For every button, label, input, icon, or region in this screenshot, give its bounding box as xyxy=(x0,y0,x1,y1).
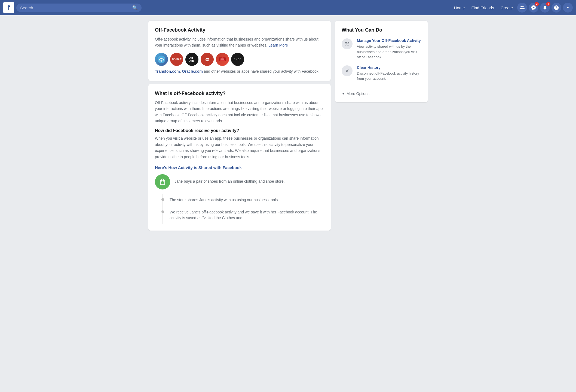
timeline-step-1: The store shares Jane's activity with us… xyxy=(170,194,324,206)
what-is-card: What is off-Facebook activity? Off-Faceb… xyxy=(148,84,331,231)
svg-rect-4 xyxy=(220,58,224,60)
activity-description: Transfon.com, Oracle.com and other websi… xyxy=(155,69,324,74)
x-circle-icon xyxy=(345,68,350,73)
how-did-description: When you visit a website or use an app, … xyxy=(155,135,324,160)
oracle-logo: ORACLE xyxy=(170,53,183,66)
off-facebook-description: Off-Facebook activity includes informati… xyxy=(155,36,324,48)
facebook-logo[interactable]: f xyxy=(3,2,14,13)
timeline-step-2: We receive Jane's off-Facebook activity … xyxy=(170,206,324,224)
search-input[interactable] xyxy=(20,5,131,10)
what-you-can-do-card: What You Can Do Manage Your Off-Facebook… xyxy=(335,21,428,102)
nav-icons: 2 1 xyxy=(517,3,573,13)
timeline-step-1-text: The store shares Jane's activity with us… xyxy=(170,197,279,203)
oracle-link: Oracle.com xyxy=(182,69,203,74)
settings-sliders-icon xyxy=(344,41,350,47)
how-did-title: How did Facebook receive your activity? xyxy=(155,128,324,133)
nav-create[interactable]: Create xyxy=(501,5,513,10)
people-icon xyxy=(519,5,525,10)
clear-history-desc: Disconnect off-Facebook activity history… xyxy=(357,71,421,81)
svg-point-0 xyxy=(158,56,165,63)
card-divider xyxy=(342,87,421,87)
timeline-main-text: Jane buys a pair of shoes from an online… xyxy=(174,174,285,184)
people-icon-btn[interactable] xyxy=(517,3,527,13)
adage-logo: AdAge xyxy=(185,53,198,66)
cnbc-logo: CNBC xyxy=(231,53,244,66)
nav-find-friends[interactable]: Find Friends xyxy=(471,5,494,10)
clear-history-link[interactable]: Clear History xyxy=(357,65,421,70)
messenger-icon xyxy=(531,5,536,10)
clear-history-content: Clear History Disconnect off-Facebook ac… xyxy=(357,65,421,81)
help-icon-btn[interactable] xyxy=(552,3,561,13)
learn-more-link[interactable]: Learn More xyxy=(268,43,288,47)
activity-timeline: Jane buys a pair of shoes from an online… xyxy=(155,174,324,224)
manage-activity-content: Manage Your Off-Facebook Activity View a… xyxy=(357,38,421,60)
company-logos-row: ORACLE AdAge α CNBC xyxy=(155,53,324,66)
manage-activity-desc: View activity shared with us by the busi… xyxy=(357,44,421,60)
page-content: Off-Facebook Activity Off-Facebook activ… xyxy=(144,15,432,236)
off-facebook-activity-card: Off-Facebook Activity Off-Facebook activ… xyxy=(148,21,331,81)
what-is-title: What is off-Facebook activity? xyxy=(155,91,324,96)
manage-activity-link[interactable]: Manage Your Off-Facebook Activity xyxy=(357,38,421,43)
alpha-logo: α xyxy=(201,53,214,66)
off-facebook-desc-text: Off-Facebook activity includes informati… xyxy=(155,37,318,47)
timeline-steps: The store shares Jane's activity with us… xyxy=(163,194,324,224)
chevron-down-icon xyxy=(566,5,570,10)
clear-history-icon xyxy=(342,65,353,76)
notifications-badge: 1 xyxy=(546,2,550,6)
more-options-arrow-icon: ▼ xyxy=(342,92,345,96)
red-logo xyxy=(216,53,229,66)
right-column: What You Can Do Manage Your Off-Facebook… xyxy=(335,21,428,102)
messenger-badge: 2 xyxy=(535,2,539,6)
shopping-bag-icon xyxy=(159,178,166,186)
clear-history-item: Clear History Disconnect off-Facebook ac… xyxy=(342,65,421,81)
nav-home[interactable]: Home xyxy=(454,5,465,10)
navbar: f 🔍 Home Find Friends Create 2 1 xyxy=(0,0,576,15)
notifications-icon-btn[interactable]: 1 xyxy=(540,3,550,13)
what-you-can-do-title: What You Can Do xyxy=(342,27,421,33)
what-is-description: Off-Facebook activity includes informati… xyxy=(155,100,324,124)
more-options-btn[interactable]: ▼ More Options xyxy=(342,91,421,96)
activity-rest-text: and other websites or apps have shared y… xyxy=(204,69,320,74)
messenger-icon-btn[interactable]: 2 xyxy=(529,3,538,13)
bell-icon xyxy=(542,5,548,10)
timeline-main-item: Jane buys a pair of shoes from an online… xyxy=(155,174,324,189)
transfon-logo xyxy=(155,53,168,66)
more-options-label: More Options xyxy=(347,91,369,96)
left-column: Off-Facebook Activity Off-Facebook activ… xyxy=(148,21,331,231)
dropdown-icon-btn[interactable] xyxy=(563,3,573,13)
manage-activity-icon xyxy=(342,38,353,49)
search-icon: 🔍 xyxy=(132,5,138,10)
transfon-link: Transfon.com xyxy=(155,69,180,74)
timeline-step-2-text: We receive Jane's off-Facebook activity … xyxy=(170,209,324,221)
nav-links: Home Find Friends Create xyxy=(454,5,513,10)
svg-point-1 xyxy=(161,60,163,62)
manage-activity-item: Manage Your Off-Facebook Activity View a… xyxy=(342,38,421,60)
timeline-main-icon xyxy=(155,174,170,189)
off-facebook-title: Off-Facebook Activity xyxy=(155,27,324,33)
heres-how-title: Here's How Activity is Shared with Faceb… xyxy=(155,165,324,170)
search-bar[interactable]: 🔍 xyxy=(16,4,142,12)
question-icon xyxy=(554,5,559,10)
